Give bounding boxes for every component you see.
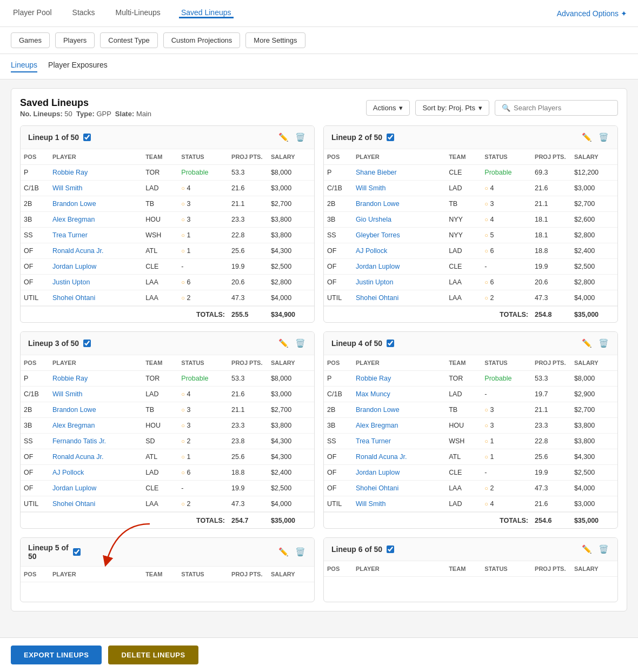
- lineup-2-delete-button[interactable]: 🗑️: [597, 131, 610, 143]
- sub-nav-custom-projections[interactable]: Custom Projections: [163, 32, 241, 48]
- player-link[interactable]: Robbie Ray: [52, 375, 88, 382]
- lineup-4-checkbox[interactable]: [387, 340, 394, 347]
- player-link[interactable]: Shohei Ohtani: [356, 484, 398, 492]
- table-row: UTILShohei OhtaniLAA○ 247.3$4,000: [21, 290, 314, 307]
- table-row: 3BAlex BregmanHOU○ 323.3$3,800: [21, 418, 314, 434]
- player-link[interactable]: Shohei Ohtani: [356, 294, 398, 302]
- player-link[interactable]: Jordan Luplow: [356, 469, 400, 476]
- lineup-4-delete-button[interactable]: 🗑️: [597, 337, 610, 349]
- player-link[interactable]: Ronald Acuna Jr.: [52, 453, 104, 461]
- lineup-6-checkbox[interactable]: [387, 545, 394, 553]
- player-link[interactable]: Justin Upton: [52, 278, 90, 286]
- lineup-2-checkbox[interactable]: [387, 134, 394, 141]
- player-link[interactable]: Robbie Ray: [356, 375, 391, 382]
- col-header-proj: PROJ PTS.: [531, 561, 571, 577]
- tab-player-exposures[interactable]: Player Exposures: [48, 61, 108, 72]
- player-link[interactable]: Trea Turner: [52, 231, 88, 239]
- sub-nav-games[interactable]: Games: [11, 32, 50, 48]
- player-link[interactable]: Alex Bregman: [356, 422, 398, 429]
- actions-dropdown[interactable]: Actions ▾: [366, 100, 410, 116]
- lineup-2-edit-button[interactable]: ✏️: [581, 131, 593, 143]
- player-link[interactable]: Ronald Acuna Jr.: [356, 453, 407, 461]
- lineup-6-edit-button[interactable]: ✏️: [581, 543, 593, 555]
- player-link[interactable]: Jordan Luplow: [356, 263, 400, 270]
- player-link[interactable]: Brandon Lowe: [52, 406, 96, 414]
- player-link[interactable]: Brandon Lowe: [356, 406, 400, 414]
- sort-dropdown[interactable]: Sort by: Proj. Pts ▾: [415, 100, 489, 116]
- table-row: 3BGio UrshelaNYY○ 418.1$2,600: [324, 212, 617, 228]
- export-lineups-button[interactable]: EXPORT LINEUPS: [11, 646, 102, 658]
- col-header-team: TEAM: [446, 149, 481, 165]
- player-link[interactable]: Will Smith: [356, 184, 386, 192]
- delete-lineups-button[interactable]: DELETE LINEUPS: [108, 646, 198, 658]
- table-row: SSTrea TurnerWSH○ 122.8$3,800: [324, 434, 617, 449]
- lineup-5-table: POS PLAYER TEAM STATUS PROJ PTS. SALARY: [21, 567, 314, 582]
- player-link[interactable]: Alex Bregman: [52, 216, 95, 223]
- lineup-3-delete-button[interactable]: 🗑️: [294, 337, 307, 349]
- player-link[interactable]: Will Smith: [52, 390, 83, 398]
- player-link[interactable]: Gio Urshela: [356, 216, 391, 223]
- player-link[interactable]: Brandon Lowe: [52, 200, 96, 208]
- sub-nav-players[interactable]: Players: [55, 32, 95, 48]
- lineup-5-actions: ✏️ 🗑️: [277, 546, 307, 558]
- lineup-1-delete-button[interactable]: 🗑️: [294, 131, 307, 143]
- player-link[interactable]: Alex Bregman: [52, 422, 95, 429]
- nav-player-pool[interactable]: Player Pool: [11, 8, 54, 18]
- lineup-5-delete-button[interactable]: 🗑️: [294, 546, 307, 558]
- search-icon: 🔍: [502, 104, 510, 112]
- table-row: OFAJ PollockLAD○ 618.8$2,400: [21, 465, 314, 481]
- player-link[interactable]: Jordan Luplow: [52, 263, 96, 270]
- player-link[interactable]: Brandon Lowe: [356, 200, 400, 208]
- lineup-card-1: Lineup 1 of 50 ✏️ 🗑️ POS PLAYER TEAM: [20, 125, 315, 323]
- player-link[interactable]: Will Smith: [52, 184, 83, 192]
- player-link[interactable]: Justin Upton: [356, 278, 393, 286]
- table-row: SSFernando Tatis Jr.SD○ 223.8$4,300: [21, 434, 314, 449]
- player-link[interactable]: Trea Turner: [356, 437, 391, 445]
- table-row: 2BBrandon LoweTB○ 321.1$2,700: [324, 402, 617, 418]
- col-header-status: STATUS: [178, 149, 228, 165]
- sub-nav-contest-type[interactable]: Contest Type: [100, 32, 157, 48]
- player-link[interactable]: AJ Pollock: [52, 469, 84, 476]
- player-link[interactable]: Shohei Ohtani: [52, 294, 95, 302]
- player-link[interactable]: Shohei Ohtani: [52, 500, 95, 508]
- col-header-salary: SALARY: [268, 355, 314, 371]
- lineup-1-edit-button[interactable]: ✏️: [277, 131, 290, 143]
- player-link[interactable]: Shane Bieber: [356, 169, 397, 176]
- lineup-1-checkbox[interactable]: [83, 134, 91, 141]
- table-row: PShane BieberCLEProbable69.3$12,200: [324, 165, 617, 181]
- search-input[interactable]: [514, 104, 611, 112]
- lineup-6-header: Lineup 6 of 50 ✏️ 🗑️: [324, 538, 617, 561]
- panel-subtitle: No. Lineups: 50 Type: GPP Slate: Main: [20, 110, 151, 118]
- nav-multi-lineups[interactable]: Multi-Lineups: [114, 8, 163, 18]
- lineup-3-checkbox[interactable]: [83, 340, 91, 347]
- player-link[interactable]: Robbie Ray: [52, 169, 88, 176]
- player-link[interactable]: Jordan Luplow: [52, 484, 96, 492]
- panel-title: Saved Lineups: [20, 97, 151, 109]
- player-link[interactable]: Fernando Tatis Jr.: [52, 437, 106, 445]
- advanced-options-link[interactable]: Advanced Options ✦: [557, 9, 627, 18]
- nav-saved-lineups[interactable]: Saved Lineups: [179, 8, 234, 18]
- panel-controls: Actions ▾ Sort by: Proj. Pts ▾ 🔍: [366, 100, 618, 116]
- sub-nav-more-settings[interactable]: More Settings: [245, 32, 305, 48]
- lineup-6-delete-button[interactable]: 🗑️: [597, 543, 610, 555]
- player-link[interactable]: Gleyber Torres: [356, 231, 400, 239]
- lineup-4-edit-button[interactable]: ✏️: [581, 337, 593, 349]
- player-link[interactable]: Will Smith: [356, 500, 386, 508]
- player-link[interactable]: Ronald Acuna Jr.: [52, 247, 104, 255]
- main-content: Saved Lineups No. Lineups: 50 Type: GPP …: [0, 79, 638, 620]
- table-row: C/1BMax MuncyLAD-19.7$2,900: [324, 387, 617, 402]
- sub-nav: Games Players Contest Type Custom Projec…: [0, 27, 638, 54]
- lineup-card-6: Lineup 6 of 50 ✏️ 🗑️ POS PLAYER TEAM: [323, 537, 618, 602]
- player-link[interactable]: AJ Pollock: [356, 247, 387, 255]
- table-row: OFJustin UptonLAA○ 620.6$2,800: [324, 275, 617, 290]
- table-row: 3BAlex BregmanHOU○ 323.3$3,800: [324, 418, 617, 434]
- player-link[interactable]: Max Muncy: [356, 390, 390, 398]
- nav-stacks[interactable]: Stacks: [70, 8, 97, 18]
- lineup-3-edit-button[interactable]: ✏️: [277, 337, 290, 349]
- lineup-5-edit-button[interactable]: ✏️: [277, 546, 290, 558]
- tab-lineups[interactable]: Lineups: [11, 61, 37, 72]
- table-row: OFShohei OhtaniLAA○ 247.3$4,000: [324, 481, 617, 496]
- actions-label: Actions: [373, 104, 396, 112]
- lineup-5-checkbox[interactable]: [73, 548, 81, 556]
- col-header-pos: POS: [324, 355, 353, 371]
